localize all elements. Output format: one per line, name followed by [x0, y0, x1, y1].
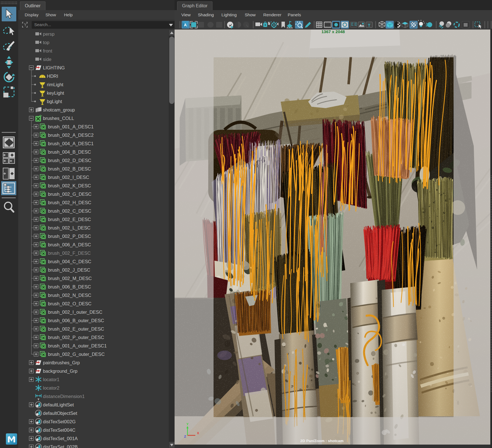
svg-text:brush_002_I_outer_DESC: brush_002_I_outer_DESC [48, 310, 102, 315]
svg-text:top: top [43, 40, 49, 45]
svg-text:distTexSet_001A: distTexSet_001A [43, 436, 78, 441]
svg-text:brush_002_J_DESC: brush_002_J_DESC [48, 267, 90, 273]
svg-text:bgLight: bgLight [47, 99, 62, 104]
svg-text:side: side [43, 57, 51, 62]
svg-text:brush_002_D_DESC: brush_002_D_DESC [48, 158, 91, 163]
svg-text:brush_006_B_outer_DESC: brush_006_B_outer_DESC [48, 318, 104, 323]
svg-text:brush_002_L_DESC: brush_002_L_DESC [48, 225, 90, 231]
svg-text:brush_002_A_DESC2: brush_002_A_DESC2 [48, 133, 93, 138]
svg-text:brush_002_M_DESC: brush_002_M_DESC [48, 276, 92, 281]
svg-text:brush_002_E_outer_DESC: brush_002_E_outer_DESC [48, 326, 104, 332]
svg-text:distTexSet_002B: distTexSet_002B [43, 444, 78, 448]
svg-text:brush_004_B_DESC: brush_004_B_DESC [48, 149, 91, 155]
svg-text:distanceDimension1: distanceDimension1 [43, 394, 85, 399]
svg-text:Z: Z [184, 435, 186, 438]
svg-text:brush_004_C_DESC: brush_004_C_DESC [48, 259, 91, 264]
svg-text:X: X [197, 431, 199, 435]
svg-text:brush_002_P_outer_DESC: brush_002_P_outer_DESC [48, 335, 104, 340]
svg-text:Y: Y [186, 422, 189, 426]
svg-text:brush_002_B_DESC: brush_002_B_DESC [48, 166, 91, 172]
svg-text:locator1: locator1 [43, 377, 60, 382]
svg-text:front: front [43, 48, 52, 53]
svg-text:brush_002_C_DESC: brush_002_C_DESC [48, 208, 91, 214]
svg-text:rimLight: rimLight [47, 82, 63, 87]
svg-text:2D Pan/Zoom : shotcam: 2D Pan/Zoom : shotcam [300, 439, 344, 443]
svg-text:brush_001_A_outer_DESC1: brush_001_A_outer_DESC1 [48, 343, 107, 349]
svg-text:1367 x 2048: 1367 x 2048 [321, 29, 345, 34]
svg-text:persp: persp [43, 31, 54, 37]
svg-text:locator2: locator2 [43, 385, 60, 390]
svg-text:paintbrushes_Grp: paintbrushes_Grp [43, 360, 80, 365]
svg-text:brush_006_B_DESC: brush_006_B_DESC [48, 284, 91, 290]
svg-text:brush_006_A_DESC: brush_006_A_DESC [48, 242, 91, 247]
svg-text:brush_002_G_DESC: brush_002_G_DESC [48, 192, 91, 197]
svg-text:A: A [184, 23, 187, 27]
svg-text:brush_002_F_DESC: brush_002_F_DESC [48, 251, 91, 256]
svg-text:T: T [368, 23, 370, 28]
svg-text:brush_002_H_DESC: brush_002_H_DESC [48, 200, 91, 205]
svg-text:brush_004_A_DESC1: brush_004_A_DESC1 [48, 141, 93, 146]
svg-text:distTexSet002G: distTexSet002G [43, 419, 75, 424]
svg-text:background_Grp: background_Grp [43, 369, 77, 374]
svg-text:defaultLightSet: defaultLightSet [43, 402, 74, 407]
svg-text:brush_002_I_DESC: brush_002_I_DESC [48, 175, 89, 180]
svg-text:HDRI: HDRI [47, 74, 58, 79]
svg-text:LIGHTING: LIGHTING [43, 65, 65, 70]
svg-text:brush_002_O_DESC: brush_002_O_DESC [48, 301, 91, 306]
svg-text:brush_002_K_DESC: brush_002_K_DESC [48, 183, 91, 188]
svg-text:shotcam_group: shotcam_group [43, 107, 75, 113]
svg-text:brush_002_E_DESC: brush_002_E_DESC [48, 217, 91, 222]
svg-text:brushes_COLL: brushes_COLL [43, 116, 74, 121]
svg-text:brush_002_N_DESC: brush_002_N_DESC [48, 293, 91, 298]
svg-text:keyLight: keyLight [47, 90, 64, 95]
svg-text:brush_001_A_DESC1: brush_001_A_DESC1 [48, 124, 93, 129]
svg-text:defaultObjectSet: defaultObjectSet [43, 411, 77, 416]
svg-text:distTexSet004C: distTexSet004C [43, 427, 75, 433]
svg-text:brush_002_G_outer_DESC: brush_002_G_outer_DESC [48, 352, 105, 357]
svg-text:brush_002_P_DESC: brush_002_P_DESC [48, 234, 91, 239]
